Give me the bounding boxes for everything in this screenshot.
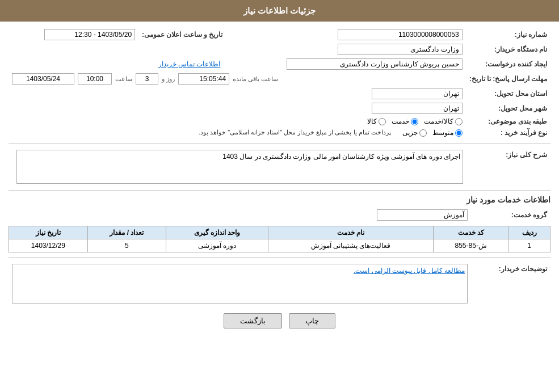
purchase-motevaset[interactable]: متوسط [432,129,463,137]
deadline-remaining-label: ساعت باقی مانده [233,75,278,83]
buyer-org-row: نام دستگاه خریدار: وزارت دادگستری [9,42,550,57]
need-number-field: 1103000008000053 [338,29,463,40]
col-service-code: کد خدمت [434,226,508,239]
content-area: شماره نیاز: 1103000008000053 تاریخ و ساع… [0,22,559,339]
province-field: تهران [372,88,463,99]
purchase-jozii[interactable]: جزیی [402,129,427,137]
service-group-row: گروه خدمت: آموزش [9,208,550,222]
category-kala-khedmat[interactable]: کالا/خدمت [424,117,462,125]
page-title: جزئیات اطلاعات نیاز [243,6,316,15]
deadline-row: مهلت ارسال پاسخ: تا تاریخ: ساعت باقی مان… [9,71,550,86]
col-row-num: ردیف [508,226,550,239]
buyer-notes-row: توضیحات خریدار: مطالعه کامل فایل پیوست ا… [9,262,550,305]
buyer-notes-label: توضیحات خریدار: [471,262,550,305]
need-number-value: 1103000008000053 [237,27,465,42]
buyer-notes-box: مطالعه کامل فایل پیوست الزامی است. [12,264,468,304]
buyer-org-field: وزارت دادگستری [338,44,463,55]
col-unit: واحد اندازه گیری [166,226,268,239]
service-group-value: آموزش [9,208,471,222]
need-number-row: شماره نیاز: 1103000008000053 تاریخ و ساع… [9,27,550,42]
announce-label: تاریخ و ساعت اعلان عمومی: [138,27,226,42]
service-group-table: گروه خدمت: آموزش [9,208,550,222]
services-table-wrapper: ردیف کد خدمت نام خدمت واحد اندازه گیری ت… [9,226,550,252]
contact-link-cell: اطلاعات تماس خریدار [9,57,226,71]
main-info-table: شماره نیاز: 1103000008000053 تاریخ و ساع… [9,27,550,138]
divider-2 [9,190,550,191]
announce-value: 1403/05/20 - 12:30 [9,27,138,42]
deadline-date-field: 1403/05/24 [12,73,74,85]
page-wrapper: جزئیات اطلاعات نیاز شماره نیاز: 11030000… [0,0,559,392]
purchase-type-label: نوع فرآیند خرید : [466,127,550,138]
description-label: شرح کلی نیاز: [471,148,550,186]
deadline-values: ساعت باقی مانده 15:05:44 روز و 3 ساعت 10… [9,71,466,86]
category-row: طبقه بندی موضوعی: کالا/خدمت خدمت کالا [9,116,550,127]
province-row: استان محل تحویل: تهران [9,86,550,101]
deadline-time-field: 10:00 [78,73,112,85]
description-value: اجرای دوره های آموزشی ویژه کارشناسان امو… [9,148,471,186]
services-table-header: ردیف کد خدمت نام خدمت واحد اندازه گیری ت… [9,226,550,239]
purchase-type-row: نوع فرآیند خرید : متوسط جزیی پرداخت تمام… [9,127,550,138]
creator-label: ایجاد کننده درخواست: [466,57,550,71]
purchase-type-options: متوسط جزیی پرداخت تمام یا بخشی از مبلغ خ… [9,127,466,138]
city-value: تهران [9,101,466,116]
category-kala[interactable]: کالا [367,117,386,125]
category-khedmat[interactable]: خدمت [392,117,418,125]
col-quantity: تعداد / مقدار [87,226,166,239]
creator-value: حسین پریوش کارشناس وزارت دادگستری [226,57,465,71]
deadline-day-label: روز و [162,75,175,83]
back-button[interactable]: بازگشت [224,313,282,328]
divider-3 [9,257,550,258]
services-section-title: اطلاعات خدمات مورد نیاز [9,195,550,204]
col-service-name: نام خدمت [268,226,434,239]
button-bar: چاپ بازگشت [9,313,550,328]
page-header: جزئیات اطلاعات نیاز [0,0,559,22]
description-row: شرح کلی نیاز: اجرای دوره های آموزشی ویژه… [9,148,550,186]
buyer-notes-table: توضیحات خریدار: مطالعه کامل فایل پیوست ا… [9,262,550,305]
service-group-label: گروه خدمت: [471,208,550,222]
category-options: کالا/خدمت خدمت کالا [9,116,466,127]
services-table: ردیف کد خدمت نام خدمت واحد اندازه گیری ت… [9,226,550,252]
table-row: 1ش-85-855فعالیت‌های پشتیبانی آموزشدوره آ… [9,239,550,252]
description-table: شرح کلی نیاز: اجرای دوره های آموزشی ویژه… [9,148,550,186]
city-row: شهر محل تحویل: تهران [9,101,550,116]
service-group-field: آموزش [377,209,468,221]
print-button[interactable]: چاپ [289,313,335,328]
creator-row: ایجاد کننده درخواست: حسین پریوش کارشناس … [9,57,550,71]
description-textarea[interactable]: اجرای دوره های آموزشی ویژه کارشناسان امو… [16,150,463,184]
announce-field: 1403/05/20 - 12:30 [44,29,135,40]
buyer-org-label: نام دستگاه خریدار: [466,42,550,57]
province-value: تهران [9,86,466,101]
purchase-note: پرداخت تمام یا بخشی از مبلغ خریداز محل "… [199,129,391,136]
deadline-days-field: 3 [136,73,158,85]
contact-link[interactable]: اطلاعات تماس خریدار [158,60,221,68]
need-number-label: شماره نیاز: [466,27,550,42]
province-label: استان محل تحویل: [466,86,550,101]
city-field: تهران [372,103,463,114]
creator-field: حسین پریوش کارشناس وزارت دادگستری [287,58,463,70]
buyer-org-value: وزارت دادگستری [9,42,466,57]
deadline-remaining-field: 15:05:44 [178,73,229,85]
deadline-time-label: ساعت [115,75,132,83]
divider-1 [9,143,550,144]
deadline-label: مهلت ارسال پاسخ: تا تاریخ: [466,71,550,86]
buyer-notes-cell: مطالعه کامل فایل پیوست الزامی است. [9,262,471,305]
city-label: شهر محل تحویل: [466,101,550,116]
category-label: طبقه بندی موضوعی: [466,116,550,127]
col-date: تاریخ نیاز [9,226,88,239]
buyer-notes-text: مطالعه کامل فایل پیوست الزامی است. [354,267,465,275]
